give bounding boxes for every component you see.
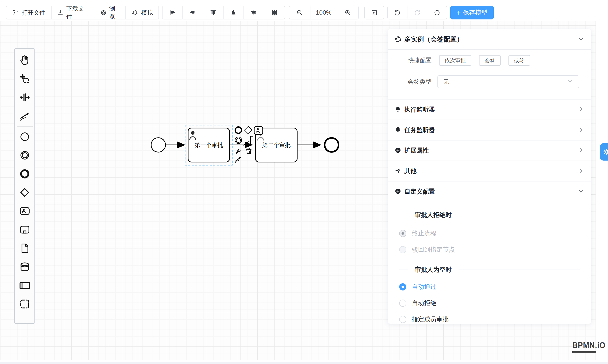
download-file-button[interactable]: 下载文件 (52, 6, 95, 19)
sign-type-row: 会签类型 无 (388, 75, 591, 88)
section-extended-attributes[interactable]: 扩展属性 (388, 141, 591, 161)
chevron-right-icon (577, 106, 584, 114)
align-bottom-button[interactable] (224, 6, 244, 19)
radio-terminate-process[interactable]: 终止流程 (388, 225, 591, 241)
quick-option-countersign[interactable]: 会签 (479, 55, 501, 66)
wrench-icon[interactable] (236, 149, 240, 154)
align-top-button[interactable] (203, 6, 224, 19)
zoom-level: 100% (310, 6, 337, 19)
align-bottom-icon (230, 9, 237, 16)
create-end-event[interactable] (15, 165, 34, 183)
section-other[interactable]: 其他 (388, 161, 591, 181)
simulate-chip-icon (131, 9, 138, 16)
create-start-event[interactable] (15, 127, 34, 146)
append-end-event-icon[interactable] (235, 127, 241, 133)
quick-option-label: 依次审批 (445, 57, 466, 64)
radio-disabled-icon (399, 246, 406, 253)
restart-icon (434, 9, 441, 16)
align-left-button[interactable] (162, 6, 183, 19)
zoom-in-button[interactable] (337, 6, 358, 19)
history-group (387, 6, 447, 19)
divider (388, 49, 591, 50)
task-first-approval[interactable]: 第一个审批 (188, 128, 229, 162)
gear-icon (602, 148, 608, 156)
create-data-object[interactable] (15, 239, 34, 258)
fit-group (364, 6, 384, 19)
distribute-vertical-icon (271, 9, 278, 16)
lasso-tool[interactable] (15, 69, 34, 88)
data-object-icon (19, 242, 31, 254)
align-left-icon (169, 9, 176, 16)
create-group[interactable] (15, 295, 34, 313)
preview-button[interactable]: 浏览 (95, 6, 126, 19)
participant-icon (19, 279, 31, 291)
chevron-right-icon (577, 126, 584, 134)
create-participant[interactable] (15, 276, 34, 295)
intermediate-event-icon (19, 149, 31, 161)
undo-button[interactable] (388, 6, 408, 19)
radio-label: 指定成员审批 (412, 315, 449, 324)
download-file-label: 下载文件 (66, 6, 90, 19)
panel-title: 多实例（会签配置） (404, 35, 463, 44)
connect-icon[interactable] (235, 157, 241, 163)
section-custom-config[interactable]: 自定义配置 (388, 182, 591, 202)
append-intermediate-event-icon[interactable] (235, 137, 242, 144)
radio-label: 终止流程 (412, 229, 436, 238)
quick-option-orsign[interactable]: 或签 (508, 55, 530, 66)
sign-type-select[interactable]: 无 (437, 75, 579, 88)
create-gateway[interactable] (15, 183, 34, 202)
radio-disabled-selected-icon (399, 230, 406, 237)
start-event-icon (19, 131, 31, 143)
zoom-in-icon (344, 9, 351, 16)
divider-line (399, 270, 408, 270)
multi-instance-header[interactable]: 多实例（会签配置） (388, 29, 591, 49)
create-data-store[interactable] (15, 258, 34, 276)
section-execution-listener[interactable]: 执行监听器 (388, 100, 591, 119)
global-connect-tool[interactable] (15, 107, 34, 125)
restart-button[interactable] (427, 6, 447, 19)
fit-viewport-button[interactable] (365, 6, 384, 19)
end-event[interactable] (325, 138, 339, 152)
bpmn-io-logo-bar (572, 351, 596, 352)
radio-designated-member[interactable]: 指定成员审批 (388, 311, 591, 324)
create-user-task[interactable] (15, 202, 34, 220)
align-center-horizontal-button[interactable] (244, 6, 264, 19)
bpmn-io-logo[interactable]: BPMN.iO (572, 340, 608, 352)
simulate-button[interactable]: 模拟 (126, 6, 159, 19)
quick-option-label: 或签 (514, 57, 525, 64)
multi-instance-icon (395, 36, 402, 43)
save-model-button[interactable]: + 保存模型 (450, 6, 494, 19)
quick-option-sequential[interactable]: 依次审批 (439, 55, 471, 66)
radio-reject-to-node[interactable]: 驳回到指定节点 (388, 241, 591, 258)
append-user-task-icon[interactable] (254, 127, 263, 135)
preview-label: 浏览 (109, 6, 120, 19)
settings-side-tab[interactable] (600, 143, 608, 161)
download-icon (57, 9, 64, 16)
chevron-down-icon (577, 188, 584, 196)
distribute-vertical-button[interactable] (264, 6, 285, 19)
redo-button[interactable] (408, 6, 427, 19)
section-task-listener[interactable]: 任务监听器 (388, 120, 591, 140)
append-text-annotation-icon[interactable] (243, 136, 253, 146)
zoom-out-icon (296, 9, 303, 16)
radio-auto-reject[interactable]: 自动拒绝 (388, 295, 591, 311)
section-label: 任务监听器 (404, 126, 435, 134)
hand-tool[interactable] (15, 51, 34, 69)
space-tool[interactable] (15, 88, 34, 107)
radio-auto-pass[interactable]: 自动通过 (388, 279, 591, 295)
zoom-out-button[interactable] (289, 6, 310, 19)
space-tool-icon (19, 91, 31, 103)
quick-config-row: 快捷配置 依次审批 会签 或签 (388, 55, 591, 66)
create-intermediate-event[interactable] (15, 146, 34, 165)
start-event[interactable] (151, 138, 165, 152)
align-right-button[interactable] (183, 6, 203, 19)
toolbar: 打开文件 下载文件 浏览 模拟 (6, 6, 494, 19)
create-subprocess[interactable] (15, 220, 34, 239)
open-file-button[interactable]: 打开文件 (6, 6, 52, 19)
trash-icon[interactable] (246, 148, 251, 154)
approver-reject-title-row: 审批人拒绝时 (388, 209, 591, 221)
preview-icon (100, 9, 107, 16)
append-gateway-icon[interactable] (245, 126, 252, 134)
subprocess-icon (19, 224, 31, 235)
data-store-icon (19, 261, 31, 273)
